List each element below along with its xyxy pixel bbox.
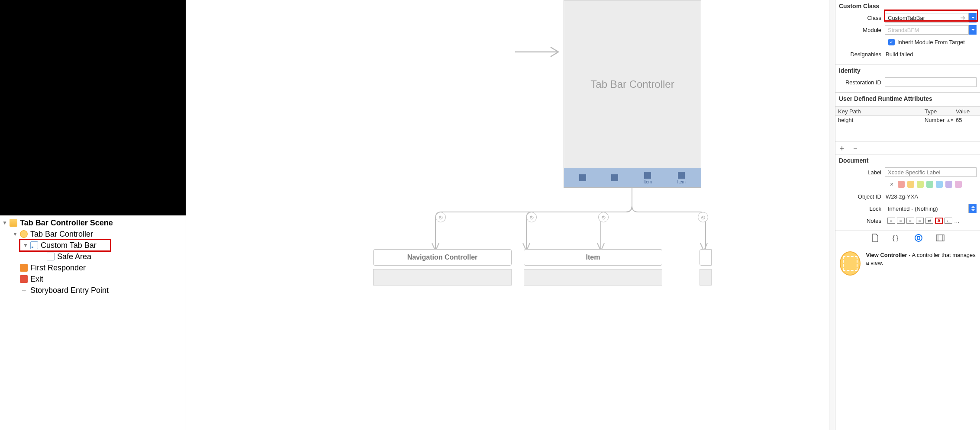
align-left-icon[interactable]: ≡ — [887, 218, 895, 224]
child-scene-item[interactable]: Item — [524, 249, 662, 286]
outline-label: Tab Bar Controller Scene — [20, 218, 113, 228]
scene-title — [700, 249, 712, 266]
align-right-icon[interactable]: ≡ — [906, 218, 914, 224]
outline-first-responder[interactable]: ▼ First Responder — [0, 262, 186, 273]
swatch-red[interactable] — [898, 181, 905, 188]
child-scene-nav[interactable]: Navigation Controller — [373, 249, 512, 286]
swatch-orange[interactable] — [907, 181, 914, 188]
svg-point-2 — [915, 234, 922, 241]
object-title: View Controller — [866, 252, 907, 258]
disclosure-triangle-icon[interactable]: ▼ — [12, 231, 18, 237]
scrollbar[interactable] — [829, 0, 835, 430]
module-placeholder: StrandsBFM — [888, 27, 919, 33]
section-title: Document — [839, 157, 977, 164]
object-description: View Controller - A controller that mana… — [866, 251, 976, 266]
class-value: CustomTabBar — [888, 15, 925, 21]
tab-bar-item[interactable]: Item — [644, 172, 652, 184]
runtime-attr-header: Key Path Type Value — [835, 106, 980, 116]
outline-tree[interactable]: ▼ Tab Bar Controller Scene ▼ Tab Bar Con… — [0, 215, 186, 430]
section-title: Custom Class — [839, 3, 977, 10]
tab-bar-controller-scene[interactable]: Tab Bar Controller Item Item — [564, 0, 701, 188]
entry-point-icon: → — [20, 286, 28, 294]
module-label: Module — [839, 27, 885, 33]
notes-toolbar: ≡ ≡ ≡ ≡ ⇄ A a … — [887, 218, 960, 224]
tab-bar[interactable]: Item Item — [564, 168, 701, 187]
class-label: Class — [839, 15, 885, 21]
scene-title: Navigation Controller — [373, 249, 512, 266]
inherit-checkbox[interactable]: ✓ — [888, 39, 895, 45]
lock-field[interactable]: Inherited - (Nothing) — [885, 204, 969, 213]
restoration-id-label: Restoration ID — [839, 79, 885, 86]
runtime-attr-empty — [835, 124, 980, 141]
outline-scene[interactable]: ▼ Tab Bar Controller Scene — [0, 217, 186, 228]
label-field[interactable] — [885, 167, 977, 177]
tab-bar-item[interactable]: Item — [677, 172, 685, 184]
swatch-clear[interactable]: × — [888, 181, 895, 188]
segue-badge-icon[interactable]: ⎋ — [598, 212, 609, 222]
object-library-tab-icon[interactable] — [914, 233, 923, 243]
svg-rect-4 — [936, 235, 944, 241]
col-type: Type — [925, 108, 956, 115]
text-color-icon[interactable]: A — [935, 218, 943, 224]
tab-bar-item[interactable] — [579, 174, 586, 181]
file-template-tab-icon[interactable] — [870, 233, 880, 243]
align-center-icon[interactable]: ≡ — [897, 218, 905, 224]
swatch-purple[interactable] — [945, 181, 952, 188]
jump-to-class-icon[interactable]: ➜ — [960, 14, 966, 22]
align-justify-icon[interactable]: ≡ — [916, 218, 924, 224]
section-runtime-attributes: User Defined Runtime Attributes Key Path… — [835, 93, 980, 154]
label-label: Label — [839, 169, 885, 176]
tab-item-caption: Item — [677, 180, 685, 184]
safe-area-icon — [47, 253, 55, 260]
interface-builder-canvas[interactable]: Tab Bar Controller Item Item ⎋ ⎋ ⎋ ⎋ Nav… — [186, 0, 835, 430]
designables-value: Build failed — [885, 51, 977, 58]
first-responder-icon — [20, 264, 28, 272]
runtime-attr-row[interactable]: height Number▲▼ 65 — [835, 116, 980, 124]
outline-entry-point[interactable]: ▼ → Storyboard Entry Point — [0, 285, 186, 296]
add-attr-button[interactable]: ＋ — [838, 144, 848, 152]
tab-bar-item[interactable] — [611, 174, 618, 181]
lock-value: Inherited - (Nothing) — [888, 205, 938, 212]
svg-text:{ }: { } — [893, 234, 899, 241]
segue-entry-arrow — [515, 45, 563, 58]
identity-inspector: Custom Class Class CustomTabBar ➜ Module… — [835, 0, 980, 430]
restoration-id-field[interactable] — [885, 77, 977, 87]
tab-bar-controller-label: Tab Bar Controller — [564, 0, 701, 168]
swatch-yellowgreen[interactable] — [917, 181, 924, 188]
segue-badge-icon[interactable]: ⎋ — [526, 212, 537, 222]
outline-exit[interactable]: ▼ Exit — [0, 273, 186, 285]
scene-title: Item — [524, 249, 662, 266]
media-library-tab-icon[interactable] — [935, 233, 945, 243]
outline-label: First Responder — [30, 263, 86, 273]
module-field[interactable]: StrandsBFM — [885, 25, 969, 35]
object-library[interactable]: View Controller - A controller that mana… — [835, 245, 980, 430]
outline-custom-tab-bar[interactable]: ▼ Custom Tab Bar — [0, 240, 186, 251]
library-tabbar: { } — [835, 231, 980, 245]
class-field[interactable]: CustomTabBar ➜ — [885, 13, 969, 22]
child-scene-clipped[interactable] — [700, 249, 712, 286]
outline-view-controller[interactable]: ▼ Tab Bar Controller — [0, 228, 186, 240]
label-color-swatches: × — [888, 181, 962, 188]
outline-safe-area[interactable]: ▼ Safe Area — [0, 251, 186, 262]
module-dropdown-button[interactable] — [969, 25, 977, 35]
font-icon[interactable]: a — [945, 218, 952, 224]
object-id-value: W28-zg-YXA — [885, 193, 977, 200]
link-icon[interactable]: ⇄ — [925, 218, 933, 224]
lock-dropdown-button[interactable] — [969, 204, 977, 213]
swatch-green[interactable] — [926, 181, 933, 188]
disclosure-triangle-icon[interactable]: ▼ — [2, 220, 8, 226]
class-dropdown-button[interactable] — [969, 13, 977, 22]
view-controller-object-icon[interactable] — [840, 251, 861, 276]
swatch-pink[interactable] — [955, 181, 962, 188]
remove-attr-button[interactable]: － — [851, 144, 861, 152]
tab-item-icon — [579, 174, 586, 181]
swatch-blue[interactable] — [936, 181, 943, 188]
attr-type: Number — [925, 117, 945, 123]
tab-bar-icon — [30, 241, 38, 249]
code-snippet-tab-icon[interactable]: { } — [892, 233, 902, 243]
segue-badge-icon[interactable]: ⎋ — [698, 212, 708, 222]
disclosure-triangle-icon[interactable]: ▼ — [23, 242, 29, 248]
segue-badge-icon[interactable]: ⎋ — [435, 212, 446, 222]
type-stepper-icon[interactable]: ▲▼ — [946, 118, 956, 122]
col-value: Value — [956, 108, 977, 115]
